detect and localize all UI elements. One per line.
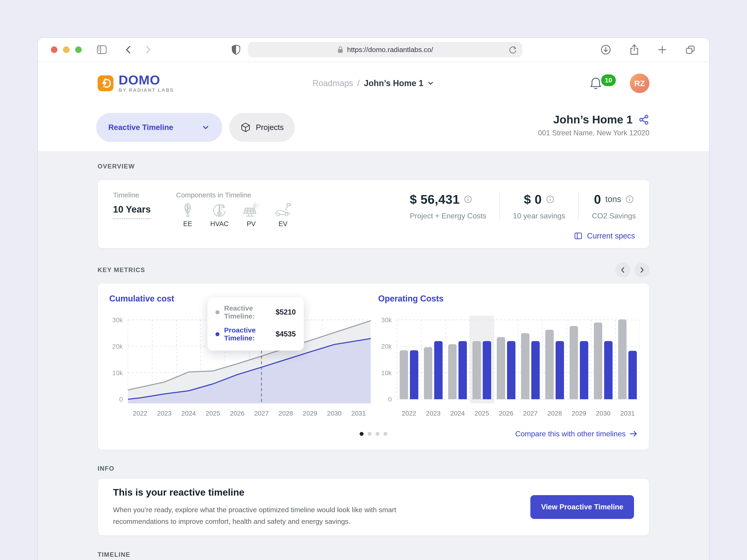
key-metrics-card: Cumulative cost 010k20k30k20222023202420… bbox=[98, 283, 649, 450]
proactive-series-dot bbox=[215, 332, 220, 336]
svg-text:2025: 2025 bbox=[474, 410, 489, 417]
info-icon[interactable] bbox=[625, 195, 634, 204]
svg-text:2027: 2027 bbox=[254, 410, 269, 417]
carousel-next-button[interactable] bbox=[635, 263, 649, 277]
svg-text:2024: 2024 bbox=[450, 410, 465, 417]
timeline-selector-label: Reactive Timeline bbox=[108, 123, 173, 132]
overview-card: Timeline 10 Years Components in Timeline… bbox=[98, 180, 649, 248]
svg-text:2030: 2030 bbox=[327, 410, 341, 417]
domo-logo[interactable]: DOMO BY RADIANT LABS bbox=[98, 74, 174, 93]
svg-text:2022: 2022 bbox=[133, 410, 147, 417]
new-tab-icon[interactable] bbox=[657, 44, 668, 55]
address-bar[interactable]: https://domo.radiantlabs.co/ bbox=[248, 42, 522, 57]
sidebar-toggle-icon[interactable] bbox=[96, 44, 107, 55]
timeline-label: Timeline bbox=[113, 191, 167, 199]
operating-costs-title: Operating Costs bbox=[378, 294, 640, 303]
url-text: https://domo.radiantlabs.co/ bbox=[347, 46, 433, 54]
info-icon[interactable] bbox=[464, 195, 472, 204]
hvac-thermostat-icon bbox=[210, 202, 229, 218]
svg-text:2023: 2023 bbox=[426, 410, 440, 417]
info-icon[interactable] bbox=[546, 195, 555, 204]
carousel-dots bbox=[360, 432, 387, 436]
tooltip-proactive-value: $4535 bbox=[276, 330, 296, 338]
svg-text:2023: 2023 bbox=[157, 410, 172, 417]
notifications-button[interactable]: 10 bbox=[589, 76, 616, 90]
metric-project-energy-costs: $ 56,431 Project + Energy Costs bbox=[410, 192, 486, 220]
info-body: When you’re ready, explore what the proa… bbox=[113, 504, 414, 527]
overview-section-label: OVERVIEW bbox=[98, 151, 649, 170]
svg-text:2025: 2025 bbox=[206, 410, 220, 417]
tab-overview-icon[interactable] bbox=[685, 44, 696, 56]
svg-text:2029: 2029 bbox=[572, 410, 586, 417]
domo-logo-icon bbox=[98, 75, 113, 91]
svg-text:2022: 2022 bbox=[402, 410, 416, 417]
panel-icon bbox=[573, 231, 583, 241]
close-window-button[interactable] bbox=[51, 47, 57, 53]
breadcrumb-separator: / bbox=[357, 78, 360, 88]
svg-text:2027: 2027 bbox=[523, 410, 538, 417]
projects-label: Projects bbox=[256, 123, 284, 132]
timeline-selector-dropdown[interactable]: Reactive Timeline bbox=[96, 113, 222, 142]
logo-subtitle: BY RADIANT LABS bbox=[119, 87, 174, 93]
svg-text:2026: 2026 bbox=[499, 410, 513, 417]
svg-text:10k: 10k bbox=[381, 369, 392, 377]
browser-toolbar: https://domo.radiantlabs.co/ bbox=[38, 38, 709, 62]
svg-text:2031: 2031 bbox=[351, 410, 366, 417]
zoom-window-button[interactable] bbox=[75, 47, 82, 53]
back-button-icon[interactable] bbox=[124, 45, 133, 55]
operating-costs-chart[interactable]: Operating Costs 010k20k30k20222023202420… bbox=[378, 294, 640, 424]
svg-text:0: 0 bbox=[119, 396, 123, 403]
metric-co2-savings: 0 tons CO2 Savings bbox=[592, 192, 636, 220]
svg-text:20k: 20k bbox=[112, 343, 123, 350]
breadcrumb: Roadmaps / John’s Home 1 bbox=[313, 78, 435, 88]
carousel-dot-2[interactable] bbox=[368, 432, 371, 436]
svg-text:30k: 30k bbox=[112, 316, 123, 324]
forward-button-icon[interactable] bbox=[143, 45, 153, 55]
avatar[interactable]: RZ bbox=[630, 74, 649, 93]
projects-button[interactable]: Projects bbox=[229, 113, 295, 142]
reload-icon[interactable] bbox=[508, 45, 517, 56]
chart-tooltip: Reactive Timeline: $5210 Proactive Timel… bbox=[207, 297, 304, 351]
carousel-dot-4[interactable] bbox=[384, 432, 387, 436]
carousel-prev-button[interactable] bbox=[615, 263, 630, 277]
component-pv: PV bbox=[239, 202, 263, 228]
components-label: Components in Timeline bbox=[176, 191, 294, 199]
component-hvac: HVAC bbox=[208, 202, 231, 228]
property-address: 001 Street Name, New York 12020 bbox=[538, 129, 649, 137]
component-ee: EE bbox=[176, 202, 199, 228]
carousel-dot-1[interactable] bbox=[360, 432, 364, 436]
svg-text:2029: 2029 bbox=[303, 410, 317, 417]
svg-text:0: 0 bbox=[388, 396, 392, 403]
svg-text:2024: 2024 bbox=[181, 410, 196, 417]
svg-text:2026: 2026 bbox=[230, 410, 244, 417]
share-nodes-icon[interactable] bbox=[639, 114, 649, 125]
share-icon[interactable] bbox=[628, 44, 640, 56]
cumulative-cost-chart[interactable]: Cumulative cost 010k20k30k20222023202420… bbox=[109, 294, 371, 424]
minimize-window-button[interactable] bbox=[63, 47, 70, 53]
compare-timelines-link[interactable]: Compare this with other timelines bbox=[515, 430, 638, 438]
breadcrumb-current-home[interactable]: John’s Home 1 bbox=[364, 78, 435, 88]
tooltip-proactive-label: Proactive Timeline: bbox=[224, 326, 271, 342]
lock-icon bbox=[337, 46, 344, 54]
current-specs-link[interactable]: Current specs bbox=[573, 231, 635, 241]
carousel-dot-3[interactable] bbox=[376, 432, 380, 436]
svg-text:10k: 10k bbox=[112, 369, 123, 377]
traffic-lights bbox=[51, 47, 82, 53]
app-header: DOMO BY RADIANT LABS Roadmaps / John’s H… bbox=[38, 62, 709, 105]
info-card: This is your reactive timeline When you’… bbox=[98, 478, 649, 536]
tooltip-reactive-value: $5210 bbox=[276, 308, 296, 316]
bell-icon bbox=[589, 76, 602, 90]
arrow-right-icon bbox=[629, 430, 638, 437]
privacy-shield-icon[interactable] bbox=[231, 44, 241, 56]
svg-text:2028: 2028 bbox=[547, 410, 562, 417]
svg-text:2028: 2028 bbox=[279, 410, 293, 417]
view-proactive-timeline-button[interactable]: View Proactive Timeline bbox=[531, 495, 634, 519]
timeline-value: 10 Years bbox=[113, 204, 151, 219]
downloads-icon[interactable] bbox=[600, 44, 612, 56]
pv-solar-icon bbox=[242, 202, 260, 218]
property-title: John’s Home 1 bbox=[553, 113, 633, 127]
breadcrumb-roadmaps[interactable]: Roadmaps bbox=[313, 78, 353, 88]
logo-wordmark: DOMO bbox=[119, 74, 174, 86]
info-heading: This is your reactive timeline bbox=[113, 487, 414, 498]
main-content: OVERVIEW Timeline 10 Years Components in… bbox=[38, 151, 709, 560]
